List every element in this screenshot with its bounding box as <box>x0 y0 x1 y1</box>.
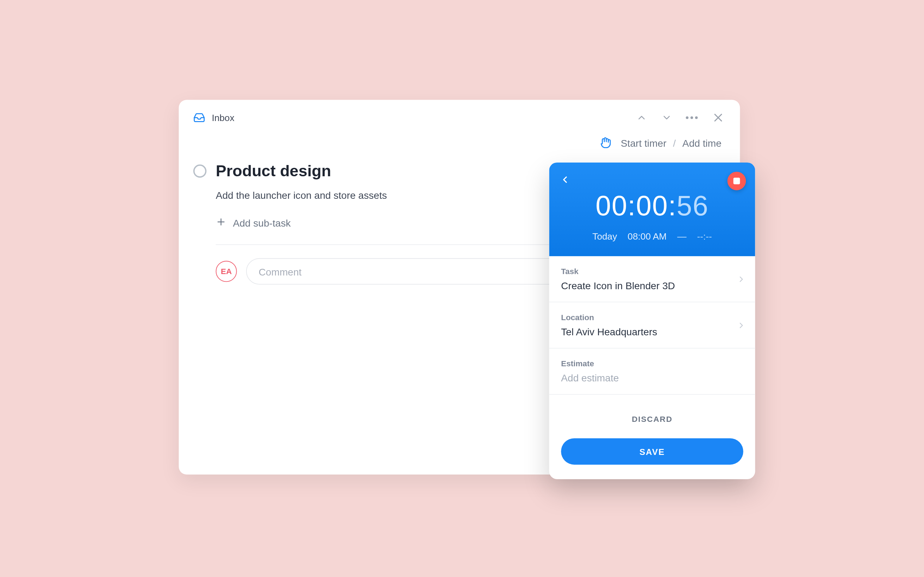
hand-icon <box>600 137 612 149</box>
complete-checkbox[interactable] <box>193 164 207 178</box>
timer-task-row[interactable]: Task Create Icon in Blender 3D <box>549 256 755 302</box>
timer-clock: 00:00:56 <box>561 190 743 222</box>
timer-subline: Today 08:00 AM — --:-- <box>561 231 743 242</box>
more-icon[interactable] <box>686 112 698 124</box>
header-actions <box>636 110 725 125</box>
chevron-down-icon[interactable] <box>661 112 673 124</box>
timer-day: Today <box>592 231 617 242</box>
timer-start-time: 08:00 AM <box>627 231 667 242</box>
timer-end-time: --:-- <box>697 231 712 242</box>
timer-estimate-label: Estimate <box>561 359 743 368</box>
timer-estimate-row[interactable]: Estimate Add estimate <box>549 349 755 395</box>
timer-task-value: Create Icon in Blender 3D <box>561 280 743 291</box>
add-time-button[interactable]: Add time <box>682 137 722 148</box>
timer-panel: 00:00:56 Today 08:00 AM — --:-- Task Cre… <box>549 163 755 479</box>
timer-location-label: Location <box>561 313 743 322</box>
chevron-up-icon[interactable] <box>636 112 648 124</box>
task-title[interactable]: Product design <box>216 162 331 181</box>
timer-actions-row: Start timer / Add time <box>179 132 740 158</box>
chevron-right-icon <box>737 274 746 284</box>
timer-location-row[interactable]: Location Tel Aviv Headquarters <box>549 302 755 348</box>
task-card-header: Inbox <box>179 100 740 132</box>
timer-main: 00:00: <box>596 190 677 221</box>
timer-dash: — <box>677 231 686 242</box>
plus-icon <box>216 217 226 229</box>
timer-location-value: Tel Aviv Headquarters <box>561 326 743 337</box>
inbox-icon <box>193 112 205 124</box>
actions-separator: / <box>673 137 676 148</box>
discard-button[interactable]: DISCARD <box>632 407 673 432</box>
timer-seconds: 56 <box>677 190 709 221</box>
close-icon[interactable] <box>711 110 725 125</box>
inbox-label: Inbox <box>212 112 234 123</box>
chevron-right-icon <box>737 321 746 330</box>
timer-footer: DISCARD SAVE <box>549 395 755 479</box>
avatar: EA <box>216 261 237 282</box>
stop-button[interactable] <box>727 172 746 190</box>
timer-header: 00:00:56 Today 08:00 AM — --:-- <box>549 163 755 256</box>
add-subtask-button[interactable]: Add sub-task <box>216 217 291 229</box>
start-timer-button[interactable]: Start timer <box>621 137 667 148</box>
back-icon[interactable] <box>560 174 570 185</box>
breadcrumb[interactable]: Inbox <box>193 112 234 124</box>
timer-estimate-placeholder: Add estimate <box>561 372 743 384</box>
add-subtask-label: Add sub-task <box>233 218 291 229</box>
save-button[interactable]: SAVE <box>561 438 743 465</box>
timer-task-label: Task <box>561 267 743 276</box>
